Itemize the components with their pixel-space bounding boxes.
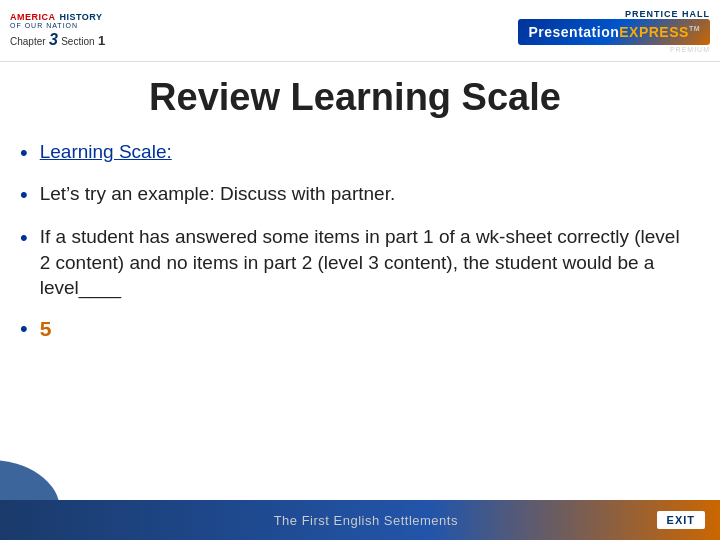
list-item: • Learning Scale: — [20, 139, 690, 168]
list-item: • Let’s try an example: Discuss with par… — [20, 181, 690, 210]
footer: The First English Settlements EXIT — [0, 500, 720, 540]
section-label: Section — [61, 36, 94, 47]
header: AMERICA HISTORY OF OUR NATION Chapter 3 … — [0, 0, 720, 62]
pe-express-label: EXPRESS — [619, 24, 689, 40]
bullet-dot-2: • — [20, 181, 28, 210]
ph-logo: PRENTICE HALL PresentationEXPRESSTM PREM… — [518, 9, 710, 53]
presentation-express-badge: PresentationEXPRESSTM — [518, 19, 710, 45]
learning-scale-link[interactable]: Learning Scale: — [40, 141, 172, 162]
bullet-content-3: If a student has answered some items in … — [40, 224, 690, 301]
section-number: 1 — [98, 33, 105, 48]
bullet-dot-1: • — [20, 139, 28, 168]
chapter-section: Chapter 3 Section 1 — [10, 31, 105, 49]
svg-point-0 — [0, 460, 60, 500]
pe-premium-label: PREMIUM — [670, 46, 710, 53]
bullet-dot-4: • — [20, 315, 28, 344]
logo-top: AMERICA HISTORY — [10, 12, 105, 22]
bullet-dot-3: • — [20, 224, 28, 253]
footer-title: The First English Settlements — [75, 513, 657, 528]
pe-presentation-label: Presentation — [528, 24, 619, 40]
logo-area: AMERICA HISTORY OF OUR NATION — [10, 12, 105, 29]
main-content: Review Learning Scale • Learning Scale: … — [0, 62, 720, 500]
bottom-left-decoration — [0, 440, 80, 500]
bullet-list: • Learning Scale: • Let’s try an example… — [20, 139, 690, 344]
list-item: • 5 — [20, 315, 690, 344]
pe-text: PresentationEXPRESSTM — [528, 24, 700, 40]
highlight-answer: 5 — [40, 317, 52, 340]
ph-top-label: PRENTICE HALL — [625, 9, 710, 19]
bullet-content-2: Let’s try an example: Discuss with partn… — [40, 181, 690, 207]
logo-subtitle: OF OUR NATION — [10, 22, 105, 29]
list-item: • If a student has answered some items i… — [20, 224, 690, 301]
chapter-number: 3 — [49, 31, 58, 48]
logo-america: AMERICA — [10, 12, 56, 22]
tm-badge: TM — [689, 25, 700, 32]
logo-history: HISTORY — [60, 12, 103, 22]
header-left: AMERICA HISTORY OF OUR NATION Chapter 3 … — [10, 12, 105, 49]
bullet-content-1: Learning Scale: — [40, 139, 690, 165]
chapter-label: Chapter — [10, 36, 46, 47]
page-title: Review Learning Scale — [20, 77, 690, 119]
bullet-content-4: 5 — [40, 315, 690, 343]
exit-button[interactable]: EXIT — [657, 511, 705, 529]
